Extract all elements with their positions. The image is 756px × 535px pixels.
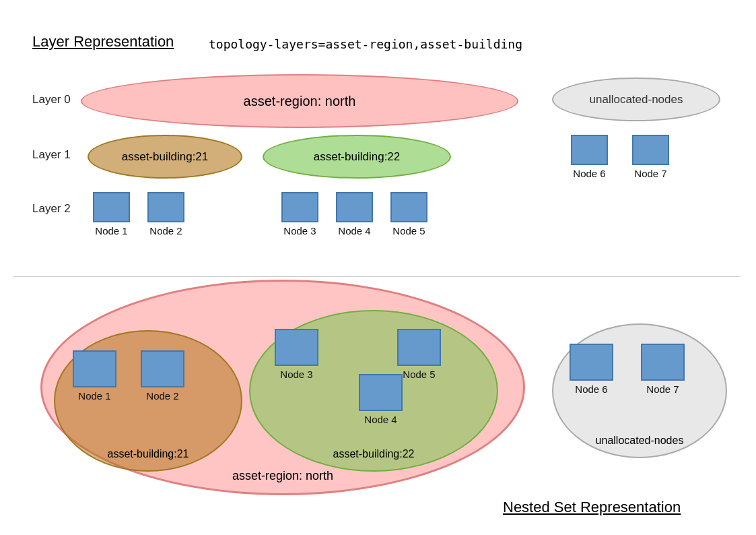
node6-box-top (571, 135, 608, 165)
nested-node4-box (359, 374, 403, 411)
node-item-3: Node 3 (281, 192, 318, 237)
layer-title: Layer Representation (32, 33, 174, 51)
layer2-label: Layer 2 (32, 202, 71, 216)
nested-b21-nodes-container: Node 1 Node 2 (67, 350, 190, 402)
nested-region-label: asset-region: north (232, 469, 333, 483)
node1-label: Node 1 (95, 225, 127, 237)
unallocated-top-ellipse: unallocated-nodes (552, 77, 720, 121)
nested-node-item-3: Node 3 (275, 329, 318, 380)
layer0-label: Layer 0 (32, 93, 71, 106)
nested-set-title: Nested Set Representation (503, 499, 681, 516)
nested-node-item-1: Node 1 (73, 350, 116, 402)
node5-box (390, 192, 427, 222)
node-item-1: Node 1 (93, 192, 130, 237)
node1-box (93, 192, 130, 222)
node7-box-top (632, 135, 669, 165)
nested-node1-box (73, 350, 116, 387)
unallocated-top-label: unallocated-nodes (590, 93, 683, 106)
unallocated-bottom-label: unallocated-nodes (596, 435, 684, 447)
layer1-building21-label: asset-building:21 (122, 150, 209, 164)
nested-node7-label: Node 7 (646, 383, 679, 395)
layer2-right-nodes: Node 3 Node 4 Node 5 (276, 192, 433, 237)
separator-line (13, 276, 741, 277)
nested-node6-box (570, 344, 613, 381)
layer2-left-nodes: Node 1 Node 2 (88, 192, 190, 237)
node4-label: Node 4 (338, 225, 370, 237)
layer1-label: Layer 1 (32, 148, 71, 162)
nested-node1-label: Node 1 (78, 390, 110, 402)
node4-box (336, 192, 373, 222)
node-item-6-top: Node 6 (571, 135, 608, 179)
node3-label: Node 3 (283, 225, 316, 237)
nested-node-item-5: Node 5 (397, 329, 441, 380)
layer0-region-ellipse: asset-region: north (81, 74, 518, 128)
nested-node3-box (275, 329, 318, 366)
node5-label: Node 5 (392, 225, 425, 237)
node-item-7-top: Node 7 (632, 135, 669, 179)
nested-node-item-6: Node 6 (570, 344, 613, 395)
nested-node2-box (141, 350, 184, 387)
node-item-4: Node 4 (336, 192, 373, 237)
layer1-building22-ellipse: asset-building:22 (263, 135, 451, 179)
unallocated-top-nodes-container: Node 6 Node 7 (565, 135, 675, 179)
nested-node-item-7: Node 7 (641, 344, 685, 395)
node-item-5: Node 5 (390, 192, 427, 237)
layer1-building22-label: asset-building:22 (314, 150, 401, 164)
node2-label: Node 2 (149, 225, 182, 237)
nested-node-item-2: Node 2 (141, 350, 184, 402)
node7-label-top: Node 7 (634, 168, 666, 179)
nested-node-item-4: Node 4 (359, 374, 403, 425)
nested-node3-label: Node 3 (280, 369, 312, 380)
node2-box (147, 192, 184, 222)
nested-building22-label: asset-building:22 (333, 448, 415, 460)
node6-label-top: Node 6 (573, 168, 605, 179)
nested-node2-label: Node 2 (146, 390, 178, 402)
nested-node4-label: Node 4 (364, 414, 397, 425)
node-item-2: Node 2 (147, 192, 184, 237)
nested-node5-box (397, 329, 441, 366)
nested-node7-box (641, 344, 685, 381)
layer0-region-label: asset-region: north (244, 94, 356, 109)
layer1-building21-ellipse: asset-building:21 (88, 135, 242, 179)
topology-label: topology-layers=asset-region,asset-build… (209, 37, 522, 51)
node3-box (281, 192, 318, 222)
nested-node5-label: Node 5 (403, 369, 435, 380)
unallocated-bottom-nodes-container: Node 6 Node 7 (564, 344, 690, 395)
nested-b22-nodes-container: Node 3 Node 5 (269, 329, 446, 380)
nested-building21-label: asset-building:21 (108, 448, 189, 460)
nested-node6-label: Node 6 (575, 383, 607, 395)
